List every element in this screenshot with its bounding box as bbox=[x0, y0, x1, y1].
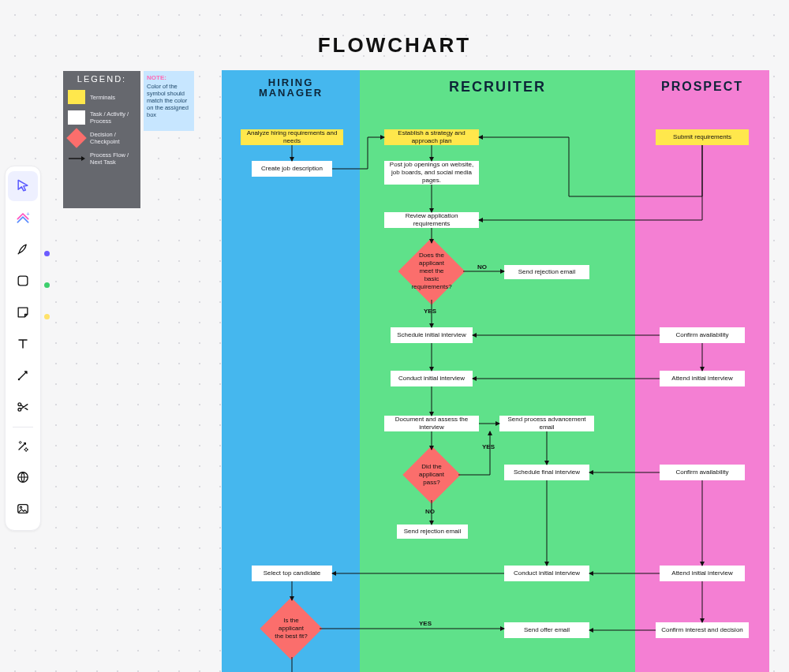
swimlanes[interactable]: HIRING MANAGER RECRUITER PROSPECT Analyz… bbox=[222, 70, 769, 672]
cursor-icon bbox=[15, 178, 31, 194]
legend-row-task: Task / Activity / Process bbox=[63, 107, 140, 128]
pr-confirm-3[interactable]: Confirm interest and decision bbox=[656, 622, 749, 638]
rec-send-offer[interactable]: Send offer email bbox=[504, 622, 589, 638]
shape-color-indicator bbox=[44, 282, 50, 288]
connector-tool[interactable] bbox=[8, 360, 38, 390]
svg-marker-9 bbox=[81, 156, 85, 161]
lane-header-pr: PROSPECT bbox=[635, 70, 769, 103]
legend-row-decision: Decision / Checkpoint bbox=[63, 128, 140, 148]
select-tool[interactable] bbox=[8, 171, 38, 201]
legend-panel[interactable]: LEGEND: Terminals Task / Activity / Proc… bbox=[63, 71, 140, 208]
sticky-tool[interactable] bbox=[8, 297, 38, 327]
rec-reject-email-2[interactable]: Send rejection email bbox=[397, 525, 468, 539]
note-heading: NOTE: bbox=[147, 74, 191, 81]
sparkle-stack-icon: + bbox=[15, 210, 31, 226]
legend-swatch-task bbox=[68, 110, 85, 125]
rec-basic-req-decision[interactable]: Does the applicant meet the basic requir… bbox=[398, 238, 466, 305]
legend-row-flow: Process Flow / Next Task bbox=[63, 148, 140, 169]
legend-swatch-terminal bbox=[68, 90, 85, 104]
legend-swatch-decision bbox=[66, 128, 86, 147]
rec-strategy-terminal[interactable]: Establish a strategy and approach plan bbox=[384, 129, 479, 145]
connector-icon bbox=[15, 368, 31, 383]
lane-header-rec: RECRUITER bbox=[360, 70, 635, 103]
snippet-tool[interactable] bbox=[8, 392, 38, 422]
note-body: Color of the symbol should match the col… bbox=[147, 83, 191, 118]
hm-analyze-terminal[interactable]: Analyze hiring requirements and needs bbox=[241, 129, 343, 145]
svg-text:+: + bbox=[26, 211, 30, 218]
pr-submit-terminal[interactable]: Submit requirements bbox=[656, 129, 749, 145]
globe-icon bbox=[15, 469, 31, 485]
left-toolbar: + bbox=[5, 166, 41, 531]
svg-point-2 bbox=[18, 379, 21, 381]
pen-color-indicator bbox=[44, 251, 50, 256]
rec-reject-email-1[interactable]: Send rejection email bbox=[504, 265, 589, 279]
toolbar-divider bbox=[13, 427, 33, 427]
text-tool[interactable] bbox=[8, 329, 38, 359]
svg-point-7 bbox=[20, 506, 21, 508]
legend-row-terminals: Terminals bbox=[63, 87, 140, 107]
legend-label: Decision / Checkpoint bbox=[90, 131, 136, 145]
legend-label: Process Flow / Next Task bbox=[90, 151, 136, 166]
image-tool[interactable] bbox=[8, 494, 38, 524]
pr-confirm-2[interactable]: Confirm availability bbox=[660, 465, 745, 480]
shape-tool[interactable] bbox=[8, 266, 38, 296]
lane-header-hm: HIRING MANAGER bbox=[222, 70, 360, 103]
magic-tool[interactable] bbox=[8, 431, 38, 461]
page-title: FLOWCHART bbox=[0, 33, 789, 58]
rec-schedule-final[interactable]: Schedule final interview bbox=[504, 465, 589, 480]
rec-advance-email[interactable]: Send process advancement email bbox=[499, 416, 594, 431]
pr-attend-2[interactable]: Attend initial interview bbox=[660, 566, 745, 581]
legend-label: Terminals bbox=[90, 94, 136, 101]
legend-label: Task / Activity / Process bbox=[90, 110, 136, 125]
globe-tool[interactable] bbox=[8, 462, 38, 492]
note-card[interactable]: NOTE: Color of the symbol should match t… bbox=[144, 71, 194, 131]
svg-rect-1 bbox=[18, 276, 28, 286]
pr-confirm-1[interactable]: Confirm availability bbox=[660, 327, 745, 343]
rec-review-req[interactable]: Review application requirements bbox=[384, 212, 479, 228]
hm-select-top[interactable]: Select top candidate bbox=[252, 566, 332, 581]
rec-schedule-initial[interactable]: Schedule initial interview bbox=[391, 327, 473, 343]
text-icon bbox=[15, 336, 31, 352]
legend-arrow-icon bbox=[68, 155, 85, 162]
rounded-square-icon bbox=[15, 273, 31, 289]
rec-conduct-final[interactable]: Conduct initial interview bbox=[504, 566, 589, 581]
image-icon bbox=[15, 501, 31, 517]
sticky-color-indicator bbox=[44, 314, 50, 319]
rec-post-openings[interactable]: Post job openings on website, job boards… bbox=[384, 161, 479, 185]
ai-tool[interactable]: + bbox=[8, 203, 38, 233]
hm-create-jd[interactable]: Create job description bbox=[252, 161, 332, 177]
rec-document-assess[interactable]: Document and assess the interview bbox=[384, 416, 479, 431]
legend-title: LEGEND: bbox=[63, 71, 140, 87]
sparkles-icon bbox=[15, 438, 31, 454]
hm-best-fit-decision[interactable]: Is the applicant the best fit? bbox=[260, 597, 322, 659]
rec-conduct-initial[interactable]: Conduct initial interview bbox=[391, 371, 473, 386]
pen-tool[interactable] bbox=[8, 234, 38, 264]
pr-attend-1[interactable]: Attend initial interview bbox=[660, 371, 745, 386]
rec-pass-decision[interactable]: Did the applicant pass? bbox=[402, 446, 461, 504]
sticky-note-icon bbox=[15, 304, 31, 320]
pen-icon bbox=[15, 241, 31, 257]
scissors-icon bbox=[15, 399, 31, 415]
